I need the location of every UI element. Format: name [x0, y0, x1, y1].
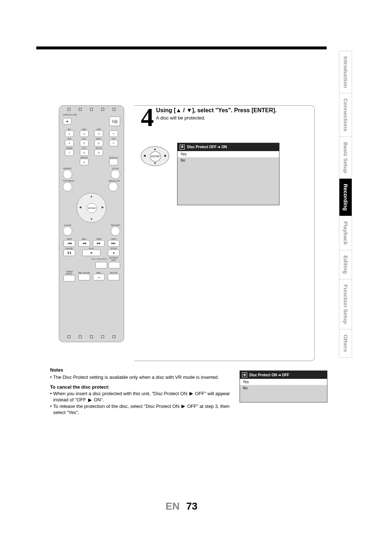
skip-back-button: |◀◀: [64, 240, 75, 247]
menu-list-button: [109, 182, 118, 191]
setup-button: [108, 274, 119, 280]
power-button: I/⏻: [109, 117, 120, 126]
tab-editing: Editing: [339, 250, 352, 279]
key-5: 5: [80, 140, 89, 146]
rec-button: ●: [93, 274, 105, 280]
instant-skip-button: [109, 262, 120, 268]
arrow-right-icon: [189, 392, 193, 396]
stop-button: ■: [108, 250, 119, 256]
enter-button: ENTER: [87, 203, 97, 213]
osd-title-2: Disc Protect ON ➔ OFF: [249, 373, 289, 377]
note-2: When you insert a disc protected with th…: [53, 390, 232, 403]
play-button: ▶: [82, 250, 101, 256]
remote-control-illustration: OPEN/CLOSE ⏏ I/⏻ @/:1 ABC2 DEF3 ∧ GHI4 J…: [59, 105, 124, 342]
step-heading: Using [▲ / ▼], select "Yes". Press [ENTE…: [141, 107, 308, 114]
down-arrow-icon: ▼: [154, 162, 156, 165]
page-lang: EN: [166, 501, 180, 512]
key-8: 8: [80, 149, 89, 156]
page-number: EN73: [36, 501, 327, 512]
repeat-button: [63, 170, 72, 179]
fwd-button: ▶▶: [93, 240, 105, 247]
display-button: [109, 159, 118, 165]
step-number: 4: [141, 107, 154, 128]
osd-option-yes: Yes: [177, 151, 279, 157]
down-arrow-icon: ▼: [90, 218, 93, 221]
key-1: 1: [65, 130, 74, 137]
ch-up-button: ∧: [109, 130, 118, 137]
return-button: [111, 226, 120, 236]
right-arrow-icon: ▶: [102, 206, 104, 209]
zoom-button: [111, 170, 120, 179]
notes-heading: Notes: [50, 367, 232, 373]
label-open-close: OPEN/CLOSE: [63, 114, 120, 116]
ch-down-button: ∨: [109, 140, 118, 146]
osd2-option-no: No: [240, 385, 327, 391]
key-7: 7: [65, 149, 74, 156]
step-panel: 4 Using [▲ / ▼], select "Yes". Press [EN…: [134, 105, 315, 361]
osd-dialog-protect-on: ⦿ Disc Protect OFF ➔ ON Yes No: [177, 143, 279, 205]
tab-connections: Connections: [339, 93, 352, 137]
note-3: To release the protection of the disc, s…: [53, 403, 232, 416]
left-arrow-icon: ◀: [143, 154, 146, 157]
eject-button: ⏏: [63, 118, 72, 125]
disc-icon: ⦿: [180, 145, 185, 150]
key-2: 2: [80, 130, 89, 137]
step-subtext: A disc will be protected.: [141, 115, 308, 121]
up-arrow-icon: ▲: [154, 147, 156, 151]
notes-section: Notes •The Disc Protect setting is avail…: [50, 367, 232, 416]
page-num-value: 73: [186, 501, 197, 512]
tab-playback: Playback: [339, 216, 352, 250]
note-1: The Disc Protect setting is available on…: [53, 374, 219, 381]
left-arrow-icon: ◀: [79, 206, 81, 209]
top-menu-button: [63, 182, 72, 191]
rec-mode-button: [78, 274, 90, 280]
enter-dpad-illustration: ▲ ▼ ◀ ▶ ENTER: [141, 146, 168, 165]
arrow-right-icon: [181, 405, 185, 408]
tab-introduction: Introduction: [339, 51, 352, 93]
speed-play-button: [95, 262, 107, 268]
osd-title: Disc Protect OFF ➔ ON: [187, 145, 227, 149]
arrow-right-icon: [88, 398, 92, 402]
osd-dialog-protect-off: ⦿ Disc Protect ON ➔ OFF Yes No: [240, 370, 327, 402]
clear-button: [63, 226, 72, 236]
pause-button: ❚❚: [64, 250, 75, 256]
tab-function-setup: Function Setup: [339, 279, 352, 329]
tab-basic-setup: Basic Setup: [339, 137, 352, 179]
osd2-option-yes: Yes: [240, 379, 327, 385]
key-0: 0: [80, 159, 89, 165]
enter-button-label: ENTER: [150, 151, 161, 162]
dpad: ▲ ▼ ◀ ▶ ENTER: [77, 193, 106, 223]
key-4: 4: [65, 140, 74, 146]
tab-others: Others: [339, 329, 352, 357]
skip-fwd-button: ▶▶|: [108, 240, 119, 247]
disc-icon: ⦿: [242, 372, 247, 377]
key-9: 9: [94, 149, 103, 156]
osd-option-no: No: [177, 157, 279, 163]
key-6: 6: [94, 140, 103, 146]
header-rule: [36, 46, 327, 49]
timer-prog-button: [64, 275, 75, 281]
right-arrow-icon: ▶: [164, 154, 167, 157]
key-3: 3: [94, 130, 103, 137]
rev-button: ◀◀: [78, 240, 90, 247]
up-arrow-icon: ▲: [90, 195, 93, 198]
section-tabs: Introduction Connections Basic Setup Rec…: [339, 51, 352, 358]
cancel-heading: To cancel the disc protect:: [50, 384, 232, 390]
tab-recording: Recording: [339, 179, 352, 216]
